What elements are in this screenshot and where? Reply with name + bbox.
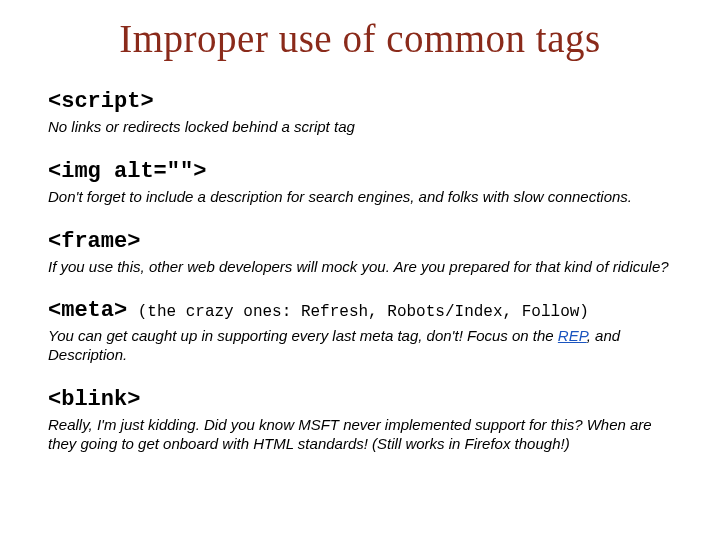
slide-title: Improper use of common tags xyxy=(48,16,672,61)
desc-frame: If you use this, other web developers wi… xyxy=(48,258,672,277)
section-script: <script> No links or redirects locked be… xyxy=(48,89,672,137)
desc-blink: Really, I'm just kidding. Did you know M… xyxy=(48,416,672,454)
section-frame: <frame> If you use this, other web devel… xyxy=(48,229,672,277)
section-blink: <blink> Really, I'm just kidding. Did yo… xyxy=(48,387,672,454)
desc-meta: You can get caught up in supporting ever… xyxy=(48,327,672,365)
desc-script: No links or redirects locked behind a sc… xyxy=(48,118,672,137)
section-meta: <meta> (the crazy ones: Refresh, Robots/… xyxy=(48,298,672,365)
desc-meta-pre: You can get caught up in supporting ever… xyxy=(48,327,558,344)
slide: Improper use of common tags <script> No … xyxy=(0,0,720,540)
section-img: <img alt=""> Don't forget to include a d… xyxy=(48,159,672,207)
rep-link[interactable]: REP xyxy=(558,327,587,344)
desc-img: Don't forget to include a description fo… xyxy=(48,188,672,207)
code-meta: <meta> xyxy=(48,298,127,323)
code-blink: <blink> xyxy=(48,387,140,412)
code-img: <img alt=""> xyxy=(48,159,206,184)
meta-inline-note: (the crazy ones: Refresh, Robots/Index, … xyxy=(138,303,589,321)
code-frame: <frame> xyxy=(48,229,140,254)
code-script: <script> xyxy=(48,89,154,114)
